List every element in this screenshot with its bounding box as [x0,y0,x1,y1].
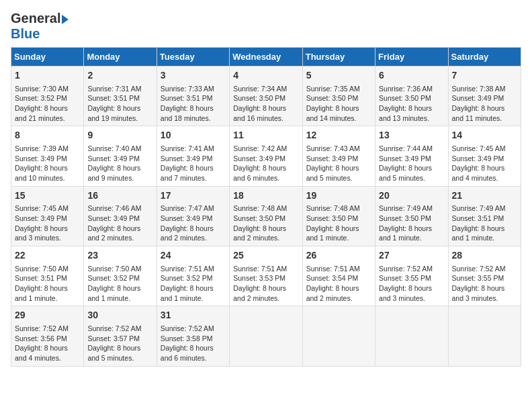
daylight: Daylight: 8 hours and 5 minutes. [379,164,432,182]
calendar-week-4: 22Sunrise: 7:50 AMSunset: 3:51 PMDayligh… [11,246,521,306]
calendar-cell [375,306,448,366]
daylight: Daylight: 8 hours and 18 minutes. [161,104,214,122]
sunset: Sunset: 3:51 PM [161,94,213,102]
calendar-cell: 17Sunrise: 7:47 AMSunset: 3:49 PMDayligh… [157,186,229,246]
sunrise: Sunrise: 7:36 AM [379,85,433,93]
sunset: Sunset: 3:50 PM [233,214,285,222]
daylight: Daylight: 8 hours and 3 minutes. [379,284,432,302]
sunrise: Sunrise: 7:46 AM [87,204,141,212]
day-number: 3 [161,69,226,83]
sunset: Sunset: 3:50 PM [379,94,431,102]
calendar-cell: 10Sunrise: 7:41 AMSunset: 3:49 PMDayligh… [157,126,229,186]
sunrise: Sunrise: 7:47 AM [161,204,214,212]
sunrise: Sunrise: 7:41 AM [161,144,214,152]
sunset: Sunset: 3:52 PM [87,274,140,282]
day-header-monday: Monday [84,48,157,66]
sunrise: Sunrise: 7:40 AM [87,144,141,152]
calendar-cell: 20Sunrise: 7:49 AMSunset: 3:50 PMDayligh… [375,186,448,246]
daylight: Daylight: 8 hours and 5 minutes. [306,164,359,182]
daylight: Daylight: 8 hours and 2 minutes. [233,224,286,242]
sunrise: Sunrise: 7:42 AM [233,144,287,152]
day-number: 10 [161,129,226,142]
sunset: Sunset: 3:49 PM [87,154,140,163]
daylight: Daylight: 8 hours and 6 minutes. [233,164,286,182]
day-number: 23 [87,249,152,263]
sunset: Sunset: 3:51 PM [87,94,140,102]
sunset: Sunset: 3:49 PM [161,214,213,222]
calendar-cell: 22Sunrise: 7:50 AMSunset: 3:51 PMDayligh… [11,246,84,306]
sunrise: Sunrise: 7:30 AM [15,85,69,93]
day-number: 22 [15,249,80,263]
sunrise: Sunrise: 7:51 AM [161,265,214,273]
daylight: Daylight: 8 hours and 1 minute. [161,284,214,302]
calendar-cell: 7Sunrise: 7:38 AMSunset: 3:49 PMDaylight… [448,66,521,126]
calendar-cell: 30Sunrise: 7:52 AMSunset: 3:57 PMDayligh… [84,306,157,366]
sunrise: Sunrise: 7:31 AM [87,85,141,93]
day-header-sunday: Sunday [11,48,84,66]
day-number: 9 [87,129,152,142]
calendar-table: SundayMondayTuesdayWednesdayThursdayFrid… [11,47,521,367]
sunset: Sunset: 3:55 PM [379,274,431,282]
daylight: Daylight: 8 hours and 10 minutes. [15,164,68,182]
daylight: Daylight: 8 hours and 1 minute. [306,224,359,242]
sunrise: Sunrise: 7:38 AM [452,85,506,93]
calendar-cell: 29Sunrise: 7:52 AMSunset: 3:56 PMDayligh… [11,306,84,366]
sunrise: Sunrise: 7:48 AM [306,204,360,212]
day-number: 14 [452,129,517,142]
calendar-cell: 25Sunrise: 7:51 AMSunset: 3:53 PMDayligh… [230,246,302,306]
calendar-cell: 3Sunrise: 7:33 AMSunset: 3:51 PMDaylight… [157,66,229,126]
sunset: Sunset: 3:50 PM [306,94,359,102]
daylight: Daylight: 8 hours and 11 minutes. [452,104,505,122]
day-header-thursday: Thursday [302,48,375,66]
day-number: 8 [15,129,80,142]
day-header-friday: Friday [375,48,448,66]
daylight: Daylight: 8 hours and 6 minutes. [161,344,214,362]
calendar-cell: 8Sunrise: 7:39 AMSunset: 3:49 PMDaylight… [11,126,84,186]
sunset: Sunset: 3:53 PM [233,274,285,282]
daylight: Daylight: 8 hours and 1 minute. [452,224,505,242]
daylight: Daylight: 8 hours and 3 minutes. [452,284,505,302]
daylight: Daylight: 8 hours and 2 minutes. [161,224,214,242]
daylight: Daylight: 8 hours and 1 minute. [379,224,432,242]
calendar-cell [448,306,521,366]
daylight: Daylight: 8 hours and 2 minutes. [87,224,140,242]
day-number: 5 [306,69,371,83]
day-number: 15 [15,189,80,203]
calendar-cell: 26Sunrise: 7:51 AMSunset: 3:54 PMDayligh… [302,246,375,306]
calendar-cell: 13Sunrise: 7:44 AMSunset: 3:49 PMDayligh… [375,126,448,186]
day-number: 13 [379,129,444,142]
daylight: Daylight: 8 hours and 13 minutes. [379,104,432,122]
day-number: 24 [161,249,226,263]
calendar-cell: 1Sunrise: 7:30 AMSunset: 3:52 PMDaylight… [11,66,84,126]
sunrise: Sunrise: 7:48 AM [233,204,287,212]
day-number: 11 [233,129,298,142]
sunset: Sunset: 3:49 PM [161,154,213,163]
day-number: 21 [452,189,517,203]
sunset: Sunset: 3:50 PM [379,214,431,222]
sunset: Sunset: 3:51 PM [452,214,504,222]
day-header-saturday: Saturday [448,48,521,66]
sunset: Sunset: 3:52 PM [15,94,67,102]
day-number: 31 [161,309,226,322]
sunrise: Sunrise: 7:35 AM [306,85,360,93]
sunrise: Sunrise: 7:45 AM [452,144,506,152]
day-number: 29 [15,309,80,322]
day-number: 18 [233,189,298,203]
day-number: 7 [452,69,517,83]
day-number: 16 [87,189,152,203]
sunrise: Sunrise: 7:51 AM [306,265,360,273]
sunrise: Sunrise: 7:50 AM [87,265,141,273]
calendar-cell: 6Sunrise: 7:36 AMSunset: 3:50 PMDaylight… [375,66,448,126]
sunset: Sunset: 3:49 PM [87,214,140,222]
day-header-tuesday: Tuesday [157,48,229,66]
calendar-cell: 28Sunrise: 7:52 AMSunset: 3:55 PMDayligh… [448,246,521,306]
calendar-cell: 18Sunrise: 7:48 AMSunset: 3:50 PMDayligh… [230,186,302,246]
sunset: Sunset: 3:57 PM [87,334,140,342]
calendar-cell [302,306,375,366]
sunset: Sunset: 3:49 PM [452,154,504,163]
sunset: Sunset: 3:49 PM [233,154,285,163]
sunrise: Sunrise: 7:51 AM [233,265,287,273]
sunset: Sunset: 3:49 PM [452,94,504,102]
calendar-cell: 12Sunrise: 7:43 AMSunset: 3:49 PMDayligh… [302,126,375,186]
sunset: Sunset: 3:56 PM [15,334,67,342]
